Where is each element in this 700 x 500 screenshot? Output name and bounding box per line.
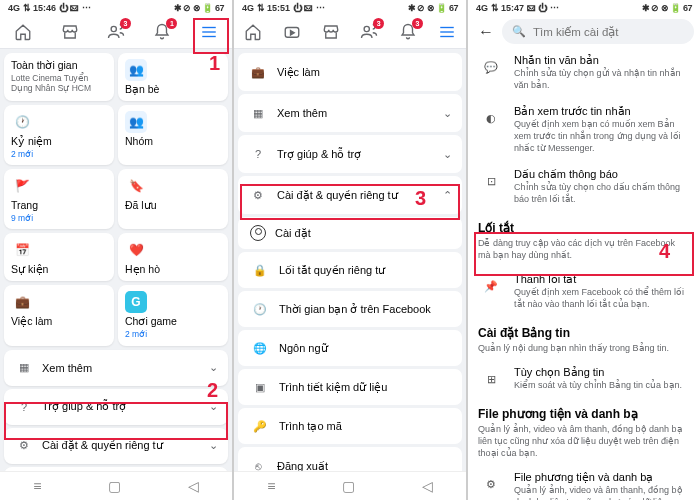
sub-data-saver[interactable]: ▣ Trình tiết kiệm dữ liệu bbox=[238, 369, 462, 405]
card-jobs[interactable]: 💼 Việc làm bbox=[4, 285, 114, 345]
search-input[interactable] bbox=[533, 26, 684, 38]
key-icon: 🔑 bbox=[250, 416, 270, 436]
apps-icon: ▦ bbox=[248, 103, 268, 123]
notifications-tab[interactable]: 3 bbox=[397, 21, 419, 43]
setting-feed-prefs[interactable]: ⊞ Tùy chọn Bảng tin Kiểm soát và tùy chỉ… bbox=[468, 359, 700, 399]
setting-notification-dot[interactable]: ⊡ Dấu chấm thông báo Chỉnh sửa tùy chọn … bbox=[468, 161, 700, 212]
bell-badge: 3 bbox=[412, 18, 423, 29]
sub-time[interactable]: 🕐 Thời gian bạn ở trên Facebook bbox=[238, 291, 462, 327]
row-help[interactable]: ? Trợ giúp & hỗ trợ ⌄ bbox=[238, 135, 462, 173]
card-friends[interactable]: 👥 Bạn bè bbox=[118, 53, 228, 101]
memories-icon: 🕐 bbox=[11, 111, 33, 133]
chevron-down-icon: ⌄ bbox=[209, 400, 218, 413]
events-icon: 📅 bbox=[11, 239, 33, 261]
nav-menu-icon[interactable]: ≡ bbox=[33, 478, 41, 494]
chevron-down-icon: ⌄ bbox=[209, 439, 218, 452]
home-tab[interactable] bbox=[12, 21, 34, 43]
status-left: 4G ⇅ 15:47 🖂 ⏻ ⋯ bbox=[476, 3, 559, 13]
friends-icon: 👥 bbox=[125, 59, 147, 81]
sub-language[interactable]: 🌐 Ngôn ngữ bbox=[238, 330, 462, 366]
row-settings-privacy[interactable]: ⚙ Cài đặt & quyền riêng tư ⌃ bbox=[238, 176, 462, 214]
help-icon: ? bbox=[14, 397, 34, 417]
card-memories[interactable]: 🕐 Kỷ niệm 2 mới bbox=[4, 105, 114, 165]
card-events[interactable]: 📅 Sự kiện bbox=[4, 233, 114, 281]
bottom-nav: ≡ ▢ ◁ bbox=[0, 471, 232, 500]
card-saved[interactable]: 🔖 Đã lưu bbox=[118, 169, 228, 229]
card-gaming[interactable]: G Chơi game 2 mới bbox=[118, 285, 228, 345]
card-pages[interactable]: 🚩 Trang 9 mới bbox=[4, 169, 114, 229]
logout-icon: ⎋ bbox=[248, 456, 268, 471]
section-shortcuts-sub: Dễ dàng truy cập vào các dịch vụ trên Fa… bbox=[468, 238, 700, 266]
row-jobs[interactable]: 💼 Việc làm bbox=[238, 53, 462, 91]
section-feed-sub: Quản lý nội dung bạn nhìn thấy trong Bản… bbox=[468, 343, 700, 360]
help-icon: ? bbox=[248, 144, 268, 164]
status-bar: 4G ⇅ 15:47 🖂 ⏻ ⋯ ✱ ⊘ ⊗ 🔋 67 bbox=[468, 0, 700, 16]
back-icon[interactable]: ← bbox=[474, 23, 498, 41]
search-bar[interactable]: 🔍 bbox=[502, 19, 694, 44]
card-groups[interactable]: 👥 Nhóm bbox=[118, 105, 228, 165]
section-media-sub: Quản lý ảnh, video và âm thanh, đồng bộ … bbox=[468, 424, 700, 464]
dating-icon: ❤️ bbox=[125, 239, 147, 261]
nav-back-icon[interactable]: ◁ bbox=[422, 478, 433, 494]
friends-tab[interactable]: 3 bbox=[105, 21, 127, 43]
nav-square-icon[interactable]: ▢ bbox=[342, 478, 355, 494]
chevron-up-icon: ⌃ bbox=[443, 189, 452, 202]
card-job-detail[interactable]: Toàn thời gian Lotte Cinema Tuyển Dụng N… bbox=[4, 53, 114, 101]
row-see-more[interactable]: ▦ Xem thêm ⌄ bbox=[4, 350, 228, 386]
svg-point-0 bbox=[111, 26, 116, 31]
menu-content: 💼 Việc làm ▦ Xem thêm ⌄ ? Trợ giúp & hỗ … bbox=[234, 49, 466, 471]
sub-code-generator[interactable]: 🔑 Trình tạo mã bbox=[238, 408, 462, 444]
setting-media-contacts[interactable]: ⚙ File phương tiện và danh bạ Quản lý ản… bbox=[468, 464, 700, 500]
globe-icon: 🌐 bbox=[250, 338, 270, 358]
menu-tab[interactable] bbox=[436, 21, 458, 43]
gear-icon: ⚙ bbox=[248, 185, 268, 205]
status-bar: 4G ⇅ 15:46 ⏻ 🖂 ⋯ ✱ ⊘ ⊗ 🔋 67 bbox=[0, 0, 232, 16]
card-dating[interactable]: ❤️ Hẹn hò bbox=[118, 233, 228, 281]
sub-settings[interactable]: Cài đặt bbox=[238, 217, 462, 249]
nav-square-icon[interactable]: ▢ bbox=[108, 478, 121, 494]
section-feed-title: Cài đặt Bảng tin bbox=[468, 318, 700, 343]
nav-menu-icon[interactable]: ≡ bbox=[267, 478, 275, 494]
setting-shortcut-bar[interactable]: 📌 Thanh lối tắt Quyết định xem Facebook … bbox=[468, 266, 700, 317]
top-tabs: 3 1 bbox=[0, 16, 232, 49]
gaming-icon: G bbox=[125, 291, 147, 313]
section-shortcuts-title: Lối tắt bbox=[468, 213, 700, 238]
home-tab[interactable] bbox=[242, 21, 264, 43]
jobs-icon: 💼 bbox=[248, 62, 268, 82]
menu-tab[interactable] bbox=[198, 21, 220, 43]
screen-2: 4G ⇅ 15:51 ⏻ 🖂 ⋯ ✱ ⊘ ⊗ 🔋 67 3 3 💼 Việc l… bbox=[234, 0, 466, 500]
friends-badge: 3 bbox=[120, 18, 131, 29]
row-logout[interactable]: ⎋ Đăng xuất bbox=[238, 447, 462, 471]
marketplace-tab[interactable] bbox=[320, 21, 342, 43]
search-icon: 🔍 bbox=[512, 25, 526, 38]
apps-icon: ▦ bbox=[14, 358, 34, 378]
bottom-nav: ≡ ▢ ◁ bbox=[234, 471, 466, 500]
feed-icon: ⊞ bbox=[478, 366, 504, 392]
status-left: 4G ⇅ 15:46 ⏻ 🖂 ⋯ bbox=[8, 3, 91, 13]
chevron-down-icon: ⌄ bbox=[443, 107, 452, 120]
lock-icon: 🔒 bbox=[250, 260, 270, 280]
friends-tab[interactable]: 3 bbox=[358, 21, 380, 43]
status-left: 4G ⇅ 15:51 ⏻ 🖂 ⋯ bbox=[242, 3, 325, 13]
status-right: ✱ ⊘ ⊗ 🔋 67 bbox=[408, 3, 458, 13]
dot-icon: ⊡ bbox=[478, 168, 504, 194]
data-icon: ▣ bbox=[250, 377, 270, 397]
chevron-down-icon: ⌄ bbox=[209, 361, 218, 374]
menu-content: Toàn thời gian Lotte Cinema Tuyển Dụng N… bbox=[0, 49, 232, 471]
notifications-tab[interactable]: 1 bbox=[151, 21, 173, 43]
sms-icon: 💬 bbox=[478, 54, 504, 80]
preview-icon: ◐ bbox=[478, 105, 504, 131]
clock-icon: 🕐 bbox=[250, 299, 270, 319]
row-help[interactable]: ? Trợ giúp & hỗ trợ ⌄ bbox=[4, 389, 228, 425]
settings-content: 💬 Nhắn tin văn bản Chỉnh sửa tùy chọn gử… bbox=[468, 47, 700, 500]
row-see-more[interactable]: ▦ Xem thêm ⌄ bbox=[238, 94, 462, 132]
groups-icon: 👥 bbox=[125, 111, 147, 133]
marketplace-tab[interactable] bbox=[59, 21, 81, 43]
sub-privacy-shortcut[interactable]: 🔒 Lối tắt quyền riêng tư bbox=[238, 252, 462, 288]
nav-back-icon[interactable]: ◁ bbox=[188, 478, 199, 494]
jobs-icon: 💼 bbox=[11, 291, 33, 313]
setting-text-msg[interactable]: 💬 Nhắn tin văn bản Chỉnh sửa tùy chọn gử… bbox=[468, 47, 700, 98]
row-settings-privacy[interactable]: ⚙ Cài đặt & quyền riêng tư ⌄ bbox=[4, 428, 228, 464]
setting-msg-preview[interactable]: ◐ Bản xem trước tin nhắn Quyết định xem … bbox=[468, 98, 700, 161]
watch-tab[interactable] bbox=[281, 21, 303, 43]
